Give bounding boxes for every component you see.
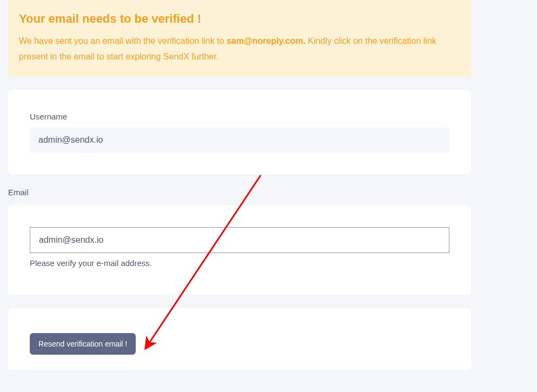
alert-text-before: We have sent you an email with the verif… [19, 36, 227, 45]
alert-text: We have sent you an email with the verif… [19, 34, 460, 65]
alert-title: Your email needs to be verified ! [19, 12, 460, 26]
email-card: Please verify your e-mail address. [8, 205, 471, 295]
resend-card: Resend verification email ! [8, 308, 471, 370]
email-help-text: Please verify your e-mail address. [30, 258, 449, 268]
email-input[interactable] [30, 227, 449, 253]
email-label: Email [8, 188, 480, 197]
alert-email: sam@noreply.com. [227, 36, 306, 45]
resend-verification-button[interactable]: Resend verification email ! [30, 333, 136, 355]
verification-alert: Your email needs to be verified ! We hav… [8, 0, 471, 77]
username-input [30, 128, 449, 152]
username-card: Username [8, 90, 471, 174]
username-label: Username [30, 112, 449, 121]
